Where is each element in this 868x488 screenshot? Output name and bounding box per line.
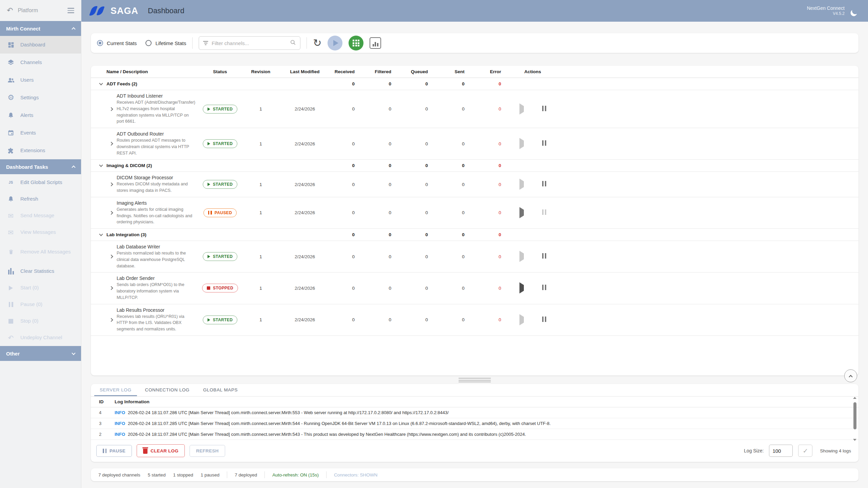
panel-splitter [91,375,859,384]
divider [192,37,193,49]
channel-description: Persists normalized lab results to the c… [117,250,196,269]
log-size-input[interactable] [769,445,793,457]
tab-global-maps[interactable]: GLOBAL MAPS [198,384,243,396]
pause-channel-button[interactable] [542,106,546,113]
collapse-log-panel-button[interactable] [844,369,857,382]
filter-channels-input[interactable] [212,40,287,46]
deployed-count: 7 deployed [235,472,257,477]
sidebar-item-extensions[interactable]: Extensions [0,142,81,159]
chevron-right-icon[interactable] [109,182,113,186]
chevron-down-icon[interactable] [99,163,103,167]
divider [264,471,265,478]
channel-row-adt-inbound-listener: ADT Inbound Listener Receives ADT (Admit… [91,90,859,128]
group-filtered: 0 [357,163,394,168]
platform-row[interactable]: ↶ Platform [0,0,81,21]
stats-radio-group: Current Stats Lifetime Stats [97,40,186,46]
group-name: Lab Integration (3) [106,232,198,237]
chevron-right-icon[interactable] [109,142,113,145]
channel-name: Lab Order Sender [117,276,198,281]
dark-mode-moon-icon[interactable] [851,7,860,15]
table-view-button[interactable] [349,36,363,50]
refresh-icon-button[interactable]: ↻ [313,38,321,48]
pause-channel-button[interactable] [542,181,546,188]
pause-log-button[interactable]: PAUSE [96,445,132,457]
bell-icon [7,112,15,119]
chevron-down-icon[interactable] [99,232,103,236]
group-row-imaging-dicom[interactable]: Imaging & DICOM (2) 0 0 0 0 0 [91,160,859,172]
task-clear-statistics[interactable]: Clear Statistics [0,263,81,280]
col-log-info: Log Information [115,399,859,404]
start-channel-button[interactable] [519,285,524,291]
scrollbar-thumb[interactable] [853,402,856,429]
channel-name: Lab Database Writer [117,244,198,249]
chevron-right-icon[interactable] [109,286,113,290]
chart-view-button[interactable] [370,37,381,49]
clear-log-button[interactable]: CLEAR LOG [137,444,185,457]
channel-modified: 2/24/2026 [279,286,330,291]
channel-name: Imaging Alerts [117,200,198,206]
radio-lifetime-stats[interactable]: Lifetime Stats [145,40,186,46]
channel-sent: 0 [431,254,467,259]
task-refresh[interactable]: Refresh [0,191,81,207]
tab-connection-log[interactable]: CONNECTION LOG [140,384,195,396]
task-edit-global-scripts[interactable]: JS Edit Global Scripts [0,174,81,191]
status-badge: STOPPED [202,284,238,292]
group-row-lab-integration[interactable]: Lab Integration (3) 0 0 0 0 0 [91,229,859,241]
start-channel-button [519,141,524,147]
channel-modified: 2/24/2026 [279,141,330,146]
radio-current-stats[interactable]: Current Stats [97,40,137,46]
filter-channels-box [199,36,300,50]
hamburger-menu-icon[interactable] [67,8,74,13]
sidebar-item-label: Alerts [20,112,33,119]
log-message: 2026-02-24 18:11:07.286 UTC [Main Server… [128,410,449,415]
sidebar-item-users[interactable]: Users [0,71,81,89]
deployed-channels-count: 7 deployed channels [98,472,140,477]
sidebar-item-events[interactable]: Events [0,124,81,142]
start-channel-button [519,181,524,187]
chevron-right-icon[interactable] [109,211,113,215]
sidebar-item-alerts[interactable]: Alerts [0,106,81,124]
channel-row-lab-results-processor: Lab Results Processor Receives lab resul… [91,304,859,336]
logo-text: SAGA [111,6,138,16]
play-icon [333,40,338,46]
chevron-right-icon[interactable] [109,318,113,322]
channel-revision: 1 [242,210,279,215]
chevron-right-icon[interactable] [109,255,113,258]
channel-name: DICOM Storage Processor [117,175,198,180]
stopped-count: 1 stopped [173,472,193,477]
tab-server-log[interactable]: SERVER LOG [94,384,137,396]
channel-revision: 1 [242,141,279,146]
page-title: Dashboard [148,6,184,15]
group-row-adt-feeds[interactable]: ADT Feeds (2) 0 0 0 0 0 [91,78,859,90]
layers-icon [7,59,15,66]
chevron-right-icon[interactable] [109,107,113,111]
section-label: Other [6,351,20,357]
task-undeploy-channel: ↶ Undeploy Channel [0,329,81,346]
pause-channel-button[interactable] [542,253,546,260]
channel-revision: 1 [242,254,279,259]
pause-channel-button[interactable] [542,140,546,147]
sidebar-item-settings[interactable]: ⚙ Settings [0,89,81,106]
sidebar-item-dashboard[interactable]: Dashboard [0,36,81,54]
task-label: Pause (0) [20,301,42,308]
platform-label: Platform [18,7,67,14]
log-level: INFO [115,410,125,415]
pause-channel-button[interactable] [542,285,546,291]
start-channel-button[interactable] [519,210,524,216]
channel-filtered: 0 [357,254,394,259]
splitter-drag-handle[interactable] [459,378,491,382]
sidebar-item-channels[interactable]: Channels [0,54,81,71]
section-header-other[interactable]: Other [0,346,81,361]
chevron-down-icon[interactable] [99,81,103,85]
scroll-down-arrow-icon[interactable] [853,439,856,441]
dashboard-toolbar: Current Stats Lifetime Stats ↻ [91,33,859,53]
channel-name: ADT Outbound Router [117,131,198,137]
play-icon [208,255,210,258]
scroll-up-arrow-icon[interactable] [853,397,856,399]
section-header-dashboard-tasks[interactable]: Dashboard Tasks [0,159,81,174]
channel-filtered: 0 [357,210,394,215]
pause-channel-button[interactable] [542,317,546,323]
channel-error: 0 [467,317,504,322]
section-header-mirth-connect[interactable]: Mirth Connect [0,21,81,36]
calendar-icon [7,129,15,136]
